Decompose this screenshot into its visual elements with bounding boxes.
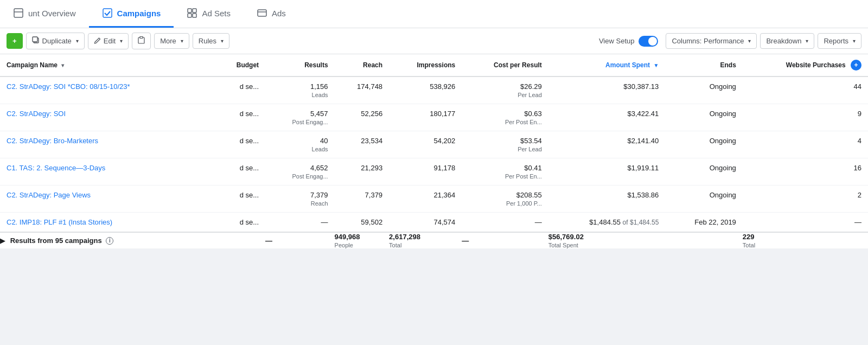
duplicate-label: Duplicate: [42, 37, 72, 45]
cell-reach: 23,534: [335, 131, 390, 158]
cell-cost: $0.41 Per Post En...: [462, 158, 548, 186]
footer-cost: —: [462, 232, 548, 248]
cell-impressions: 180,177: [389, 104, 462, 131]
duplicate-button[interactable]: Duplicate ▾: [26, 33, 85, 49]
cell-website-purchases: 9: [743, 104, 868, 131]
cell-budget: d se...: [215, 213, 266, 233]
cell-amount-spent: $2,141.40: [548, 131, 666, 158]
view-setup-group: View Setup: [599, 36, 659, 47]
footer-label: ▶ Results from 95 campaigns i: [0, 232, 215, 248]
cell-website-purchases: 4: [743, 131, 868, 158]
cell-website-purchases: 16: [743, 158, 868, 186]
svg-rect-3: [188, 9, 192, 12]
more-button[interactable]: More ▾: [154, 33, 189, 49]
footer-results: —: [265, 232, 335, 248]
table-row: C2. IMP18: PLF #1 (Insta Stories) d se..…: [0, 213, 868, 233]
svg-rect-4: [193, 9, 196, 12]
breakdown-chevron: ▾: [806, 38, 808, 44]
amount-spent-sort-icon: ▼: [653, 62, 659, 68]
reports-button[interactable]: Reports ▾: [818, 33, 861, 49]
top-navigation: unt Overview Campaigns Ad Sets Ads: [0, 0, 868, 28]
cell-budget: d se...: [215, 158, 266, 186]
footer-budget: [215, 232, 266, 248]
cell-reach: 7,379: [335, 186, 390, 213]
footer-reach: 949,968 People: [335, 232, 390, 248]
expand-icon[interactable]: ▶: [0, 237, 5, 245]
create-button[interactable]: +: [7, 33, 23, 49]
breakdown-button[interactable]: Breakdown ▾: [760, 33, 814, 49]
campaign-link[interactable]: C2. StrADegy: Page Views: [7, 191, 91, 199]
tab-campaigns-label: Campaigns: [117, 9, 161, 18]
cell-impressions: 74,574: [389, 213, 462, 233]
cell-cost: $53.54 Per Lead: [462, 131, 548, 158]
cell-ends: Ongoing: [665, 131, 743, 158]
tab-account-overview[interactable]: unt Overview: [0, 0, 89, 28]
clipboard-button[interactable]: [132, 33, 151, 49]
more-chevron: ▾: [181, 38, 183, 44]
columns-button[interactable]: Columns: Performance ▾: [666, 33, 757, 49]
header-results[interactable]: Results: [265, 54, 335, 76]
header-campaign-name[interactable]: Campaign Name ▾: [0, 54, 215, 76]
tab-ad-sets-label: Ad Sets: [202, 9, 231, 18]
cell-results: —: [265, 213, 335, 233]
edit-button[interactable]: Edit ▾: [88, 33, 129, 49]
cell-results: 7,379 Reach: [265, 186, 335, 213]
tab-ad-sets[interactable]: Ad Sets: [174, 0, 244, 28]
cell-cost: $208.55 Per 1,000 P...: [462, 186, 548, 213]
reports-label: Reports: [824, 37, 848, 45]
cell-impressions: 538,926: [389, 76, 462, 104]
cell-amount-spent: $1,484.55 of $1,484.55: [548, 213, 666, 233]
tab-account-overview-label: unt Overview: [28, 9, 76, 18]
rules-button[interactable]: Rules ▾: [193, 33, 229, 49]
more-label: More: [160, 37, 176, 45]
edit-icon: [94, 37, 101, 46]
campaigns-icon: [102, 8, 113, 18]
cell-reach: 52,256: [335, 104, 390, 131]
cell-reach: 21,293: [335, 158, 390, 186]
header-reach[interactable]: Reach: [335, 54, 390, 76]
edit-label: Edit: [104, 37, 116, 45]
columns-chevron: ▾: [748, 38, 751, 44]
campaign-link[interactable]: C2. StrADegy: Bro-Marketers: [7, 137, 98, 145]
rules-label: Rules: [199, 37, 216, 45]
cell-campaign-name: C2. IMP18: PLF #1 (Insta Stories): [0, 213, 215, 233]
campaign-name-filter-icon: ▾: [61, 62, 64, 68]
header-impressions[interactable]: Impressions: [389, 54, 462, 76]
tab-ads[interactable]: Ads: [244, 0, 299, 28]
results-footer: ▶ Results from 95 campaigns i — 949,968 …: [0, 232, 868, 248]
footer-impressions: 2,617,298 Total: [389, 232, 462, 248]
campaign-link[interactable]: C1. TAS: 2. Sequence—3-Days: [7, 164, 105, 172]
add-column-button[interactable]: +: [851, 60, 861, 71]
campaign-link[interactable]: C2. StrADegy: SOI *CBO: 08/15-10/23*: [7, 82, 130, 91]
view-setup-toggle[interactable]: [639, 36, 658, 47]
ad-sets-icon: [187, 8, 197, 18]
footer-amount-spent: $56,769.02 Total Spent: [548, 232, 666, 248]
cell-campaign-name: C1. TAS: 2. Sequence—3-Days: [0, 158, 215, 186]
cell-amount-spent: $30,387.13: [548, 76, 666, 104]
header-amount-spent[interactable]: Amount Spent ▼: [548, 54, 666, 76]
clipboard-icon: [138, 36, 145, 46]
info-icon[interactable]: i: [106, 237, 113, 245]
cell-amount-spent: $1,919.11: [548, 158, 666, 186]
svg-rect-10: [33, 37, 37, 42]
campaign-link[interactable]: C2. StrADegy: SOI: [7, 110, 66, 118]
campaign-link[interactable]: C2. IMP18: PLF #1 (Insta Stories): [7, 218, 112, 226]
footer-ends: [665, 232, 743, 248]
svg-rect-5: [188, 14, 192, 17]
table-row: C2. StrADegy: Bro-Marketers d se... 40 L…: [0, 131, 868, 158]
cell-budget: d se...: [215, 186, 266, 213]
table-row: C1. TAS: 2. Sequence—3-Days d se... 4,65…: [0, 158, 868, 186]
tab-campaigns[interactable]: Campaigns: [89, 0, 174, 28]
cell-budget: d se...: [215, 131, 266, 158]
header-budget[interactable]: Budget: [215, 54, 266, 76]
cell-cost: $26.29 Per Lead: [462, 76, 548, 104]
cell-campaign-name: C2. StrADegy: SOI: [0, 104, 215, 131]
table-row: C2. StrADegy: SOI d se... 5,457 Post Eng…: [0, 104, 868, 131]
rules-chevron: ▾: [221, 38, 224, 44]
svg-rect-6: [193, 14, 196, 17]
header-cost-per-result[interactable]: Cost per Result: [462, 54, 548, 76]
toolbar: + Duplicate ▾ Edit ▾ More ▾ Rules ▾ View…: [0, 28, 868, 54]
header-website-purchases[interactable]: Website Purchases +: [743, 54, 868, 76]
cell-campaign-name: C2. StrADegy: Page Views: [0, 186, 215, 213]
header-ends[interactable]: Ends: [665, 54, 743, 76]
